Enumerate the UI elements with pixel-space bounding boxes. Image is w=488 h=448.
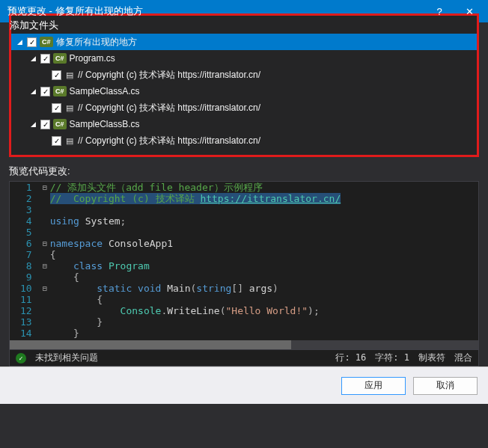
preview-header: 预览代码更改: bbox=[9, 165, 479, 178]
code-line[interactable]: static void Main(string[] args) bbox=[50, 283, 478, 294]
code-line[interactable] bbox=[50, 227, 478, 238]
checkbox[interactable]: ✓ bbox=[27, 37, 37, 47]
line-number: 13 bbox=[20, 316, 32, 328]
checkbox[interactable]: ✓ bbox=[40, 87, 50, 96]
fold-toggle bbox=[40, 249, 50, 260]
window-title: 预览更改 - 修复所有出现的地方 bbox=[7, 4, 424, 18]
changes-tree[interactable]: ◢ ✓ C# 修复所有出现的地方 ◢✓C#Program.cs✓▤// Copy… bbox=[11, 34, 477, 149]
cancel-button[interactable]: 取消 bbox=[413, 377, 478, 395]
expand-icon[interactable]: ◢ bbox=[16, 38, 24, 46]
document-icon: ▤ bbox=[64, 102, 75, 113]
code-line[interactable]: using System; bbox=[50, 215, 478, 227]
fold-toggle bbox=[40, 193, 50, 204]
line-number: 14 bbox=[20, 328, 32, 339]
expand-icon[interactable]: ◢ bbox=[29, 55, 37, 63]
line-number: 12 bbox=[20, 305, 32, 316]
fold-toggle bbox=[40, 227, 50, 238]
check-icon: ✓ bbox=[16, 353, 26, 363]
horizontal-scrollbar[interactable] bbox=[10, 340, 478, 349]
line-number: 3 bbox=[20, 204, 32, 215]
code-line[interactable]: // 添加头文件（add file header）示例程序 bbox=[50, 182, 478, 193]
code-line[interactable]: { bbox=[50, 294, 478, 305]
scrollbar-thumb[interactable] bbox=[10, 340, 291, 349]
line-number: 10 bbox=[20, 283, 32, 294]
csharp-badge-icon: C# bbox=[53, 86, 67, 96]
fold-toggle bbox=[40, 305, 50, 316]
code-body[interactable]: 12345678910111213141516 ⊟⊟⊟⊟ // 添加头文件（ad… bbox=[10, 182, 478, 340]
line-number: 6 bbox=[20, 238, 32, 249]
code-line[interactable]: // Copyright (c) 技术译站 https://ittranslat… bbox=[50, 193, 478, 204]
line-number: 1 bbox=[20, 182, 32, 193]
line-number: 5 bbox=[20, 227, 32, 238]
document-icon: ▤ bbox=[64, 70, 75, 80]
tree-file-row[interactable]: ◢✓C#Program.cs bbox=[11, 50, 477, 67]
fold-toggle bbox=[40, 316, 50, 328]
apply-button[interactable]: 应用 bbox=[341, 377, 406, 395]
tree-change-row[interactable]: ✓▤// Copyright (c) 技术译站 https://ittransl… bbox=[11, 67, 477, 83]
tree-change-row[interactable]: ✓▤// Copyright (c) 技术译站 https://ittransl… bbox=[11, 99, 477, 116]
status-tab: 制表符 bbox=[418, 352, 445, 364]
status-issues: 未找到相关问题 bbox=[35, 352, 98, 364]
dialog-button-bar: 应用 取消 bbox=[0, 366, 488, 404]
document-icon: ▤ bbox=[64, 135, 75, 146]
csharp-badge-icon: C# bbox=[53, 53, 67, 64]
fold-toggle bbox=[40, 204, 50, 215]
code-line[interactable]: } bbox=[50, 316, 478, 328]
line-number: 4 bbox=[20, 215, 32, 227]
code-line[interactable] bbox=[50, 204, 478, 215]
fold-toggle bbox=[40, 215, 50, 227]
tree-change-label: // Copyright (c) 技术译站 https://ittranslat… bbox=[78, 102, 260, 114]
status-char: 字符: 1 bbox=[375, 352, 409, 364]
tree-file-row[interactable]: ◢✓C#SampleClassA.cs bbox=[11, 83, 477, 99]
tree-header: 添加文件头 bbox=[10, 19, 477, 32]
checkbox[interactable]: ✓ bbox=[40, 54, 50, 64]
code-preview-panel: 12345678910111213141516 ⊟⊟⊟⊟ // 添加头文件（ad… bbox=[9, 181, 479, 366]
line-number: 8 bbox=[20, 260, 32, 271]
fold-column[interactable]: ⊟⊟⊟⊟ bbox=[40, 182, 50, 340]
status-line: 行: 16 bbox=[335, 352, 366, 364]
fold-toggle[interactable]: ⊟ bbox=[40, 238, 50, 249]
checkbox[interactable]: ✓ bbox=[52, 136, 61, 146]
line-number: 11 bbox=[20, 294, 32, 305]
changes-tree-panel: 添加文件头 ◢ ✓ C# 修复所有出现的地方 ◢✓C#Program.cs✓▤/… bbox=[9, 13, 479, 157]
tree-file-label: Program.cs bbox=[70, 53, 115, 64]
fold-toggle bbox=[40, 328, 50, 339]
line-number-gutter: 12345678910111213141516 bbox=[10, 182, 40, 340]
code-line[interactable]: Console.WriteLine("Hello World!"); bbox=[50, 305, 478, 316]
checkbox[interactable]: ✓ bbox=[52, 103, 61, 113]
fold-toggle[interactable]: ⊟ bbox=[40, 182, 50, 193]
expand-icon[interactable]: ◢ bbox=[29, 120, 37, 129]
code-lines[interactable]: // 添加头文件（add file header）示例程序// Copyrigh… bbox=[50, 182, 478, 340]
fold-toggle[interactable]: ⊟ bbox=[40, 283, 50, 294]
csharp-badge-icon: C# bbox=[40, 37, 53, 47]
tree-root-row[interactable]: ◢ ✓ C# 修复所有出现的地方 bbox=[11, 34, 477, 50]
tree-change-label: // Copyright (c) 技术译站 https://ittranslat… bbox=[78, 69, 260, 82]
fold-toggle[interactable]: ⊟ bbox=[40, 260, 50, 271]
line-number: 7 bbox=[20, 249, 32, 260]
tree-change-label: // Copyright (c) 技术译站 https://ittranslat… bbox=[78, 135, 260, 147]
tree-file-row[interactable]: ◢✓C#SampleClassB.cs bbox=[11, 116, 477, 132]
tree-root-label: 修复所有出现的地方 bbox=[56, 36, 137, 49]
code-line[interactable]: namespace ConsoleApp1 bbox=[50, 238, 478, 249]
fold-toggle bbox=[40, 271, 50, 283]
csharp-badge-icon: C# bbox=[53, 119, 67, 129]
tree-file-label: SampleClassA.cs bbox=[70, 86, 140, 96]
code-line[interactable]: { bbox=[50, 271, 478, 283]
code-line[interactable]: { bbox=[50, 249, 478, 260]
expand-icon[interactable]: ◢ bbox=[29, 88, 37, 96]
code-line[interactable]: } bbox=[50, 328, 478, 339]
line-number: 2 bbox=[20, 193, 32, 204]
editor-statusbar: ✓ 未找到相关问题 行: 16 字符: 1 制表符 混合 bbox=[10, 349, 478, 366]
checkbox[interactable]: ✓ bbox=[52, 70, 61, 80]
fold-toggle bbox=[40, 294, 50, 305]
tree-file-label: SampleClassB.cs bbox=[70, 119, 140, 129]
checkbox[interactable]: ✓ bbox=[40, 120, 50, 129]
code-line[interactable]: class Program bbox=[50, 260, 478, 271]
tree-change-row[interactable]: ✓▤// Copyright (c) 技术译站 https://ittransl… bbox=[11, 132, 477, 149]
status-mixed: 混合 bbox=[454, 352, 472, 364]
line-number: 9 bbox=[20, 271, 32, 283]
